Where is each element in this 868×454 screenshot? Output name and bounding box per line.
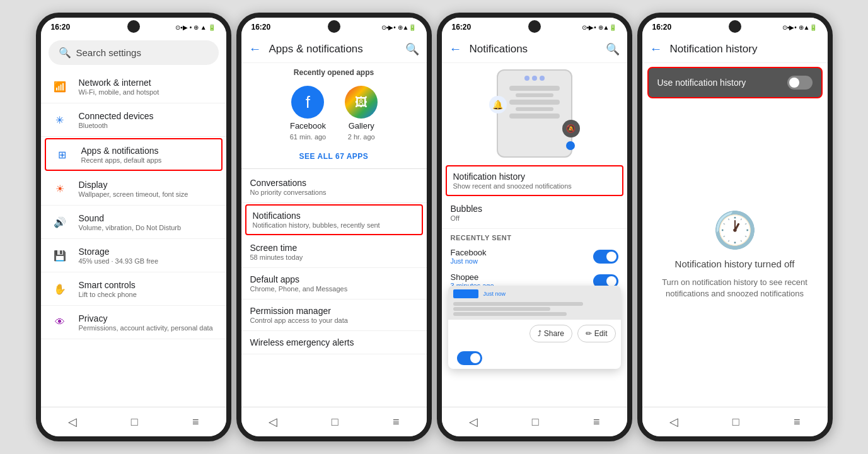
status-bar-1: 16:20 ⊙▪▶ • ⊕ ▲ 🔋 [41, 18, 226, 35]
phone-mockup: 🔔 🔕 [497, 69, 572, 158]
rs-facebook[interactable]: Facebook Just now [442, 244, 627, 269]
snapshot-header: Just now [448, 286, 621, 320]
screen-4: ← Notification history Use notification … [642, 35, 828, 407]
bubbles-item[interactable]: Bubbles Off [442, 197, 627, 229]
empty-title: Notification history turned off [675, 259, 795, 269]
status-bar-2: 16:20 ⊙▪▶• ⊕▲🔋 [241, 18, 427, 35]
app-time-gallery: 2 hr. ago [348, 133, 375, 141]
use-notification-history-toggle[interactable] [787, 76, 813, 90]
nav-conversations[interactable]: Conversations No priority conversations [241, 172, 427, 203]
display-icon: ☀ [50, 178, 70, 199]
app-time-facebook: 61 min. ago [290, 133, 326, 141]
nav-back-3[interactable]: ◁ [459, 412, 488, 431]
notification-history-item[interactable]: Notification history Show recent and sno… [446, 165, 623, 196]
wifi-icon: 📶 [50, 76, 70, 96]
see-all-button[interactable]: SEE ALL 67 APPS [241, 147, 427, 166]
sound-icon: 🔊 [50, 212, 70, 232]
nav-permission[interactable]: Permission manager Control app access to… [241, 300, 427, 331]
settings-item-display[interactable]: ☀ Display Wallpaper, screen timeout, fon… [41, 172, 226, 206]
search-bar[interactable]: 🔍 Search settings [49, 40, 219, 65]
divider-2 [241, 168, 427, 169]
nav-menu-4[interactable]: ≡ [784, 413, 811, 431]
nav-menu-1[interactable]: ≡ [182, 413, 209, 431]
back-button-3[interactable]: ← [449, 42, 462, 56]
page-title-4: Notification history [670, 43, 820, 55]
notch-2 [328, 20, 340, 33]
settings-item-privacy[interactable]: 👁 Privacy Permissions, account activity,… [41, 306, 226, 339]
page-header-2: ← Apps & notifications 🔍 [241, 35, 427, 63]
nav-menu-2[interactable]: ≡ [383, 413, 410, 431]
nav-back-4[interactable]: ◁ [659, 412, 688, 431]
small-circle [566, 141, 575, 150]
page-header-3: ← Notifications 🔍 [442, 35, 627, 63]
nav-back-2[interactable]: ◁ [258, 412, 287, 431]
app-facebook[interactable]: f Facebook 61 min. ago [290, 86, 326, 141]
nav-home-3[interactable]: □ [522, 413, 549, 431]
bluetooth-icon: ✳ [50, 110, 70, 130]
nav-menu-3[interactable]: ≡ [583, 413, 610, 431]
nav-notifications[interactable]: Notifications Notification history, bubb… [245, 204, 423, 235]
screen-1: 🔍 Search settings 📶 Network & internet W… [41, 35, 226, 407]
nav-home-1[interactable]: □ [121, 413, 148, 431]
rs-overlay-toggle [448, 347, 621, 369]
status-time-3: 16:20 [452, 23, 472, 32]
back-button-4[interactable]: ← [650, 42, 663, 56]
nav-wireless[interactable]: Wireless emergency alerts [241, 331, 427, 354]
status-icons-2: ⊙▪▶• ⊕▲🔋 [381, 24, 417, 31]
history-icon: 🕐 [713, 209, 757, 251]
mockup-dots [524, 76, 545, 81]
nav-bar-4: ◁ □ ≡ [642, 407, 828, 436]
toggle-facebook[interactable] [593, 250, 618, 264]
search-placeholder: Search settings [76, 47, 141, 58]
recent-apps: f Facebook 61 min. ago 🖼 Gallery 2 hr. a… [241, 79, 427, 147]
screen-3: ← Notifications 🔍 🔔 🔕 [442, 35, 627, 407]
search-action-2[interactable]: 🔍 [405, 42, 419, 56]
nav-bar-1: ◁ □ ≡ [41, 407, 226, 436]
nav-back-1[interactable]: ◁ [58, 412, 87, 431]
screen-2: ← Apps & notifications 🔍 Recently opened… [241, 35, 427, 407]
search-action-3[interactable]: 🔍 [606, 42, 620, 56]
back-button-2[interactable]: ← [249, 42, 262, 56]
nav-screen-time[interactable]: Screen time 58 minutes today [241, 236, 427, 268]
settings-item-smart[interactable]: ✋ Smart controls Lift to check phone [41, 272, 226, 306]
recently-opened-label: Recently opened apps [241, 63, 427, 79]
recently-sent-label: RECENTLY SENT [442, 229, 627, 244]
nav-home-4[interactable]: □ [722, 413, 749, 431]
status-icons-4: ⊙▪▶• ⊕▲🔋 [782, 24, 818, 31]
status-icons-1: ⊙▪▶ • ⊕ ▲ 🔋 [175, 24, 216, 31]
settings-item-apps[interactable]: ⊞ Apps & notifications Recent apps, defa… [45, 138, 223, 171]
empty-desc: Turn on notification history to see rece… [655, 277, 815, 300]
storage-icon: 💾 [50, 245, 70, 265]
phone-notification-history: 16:20 ⊙▪▶• ⊕▲🔋 ← Notification history Us… [637, 13, 833, 441]
settings-list: 📶 Network & internet Wi-Fi, mobile, and … [41, 70, 226, 407]
notch-4 [729, 20, 741, 33]
settings-item-connected[interactable]: ✳ Connected devices Bluetooth [41, 103, 226, 137]
smart-icon: ✋ [50, 279, 70, 299]
notification-history-toggle-bar: Use notification history [647, 67, 823, 98]
share-button[interactable]: ⤴ Share [529, 325, 572, 342]
notch-3 [528, 20, 541, 33]
nav-default-apps[interactable]: Default apps Chrome, Phone, and Messages [241, 268, 427, 300]
settings-item-sound[interactable]: 🔊 Sound Volume, vibration, Do Not Distur… [41, 206, 226, 239]
empty-state: 🕐 Notification history turned off Turn o… [642, 102, 828, 407]
app-name-facebook: Facebook [290, 121, 326, 131]
status-time-1: 16:20 [51, 23, 71, 32]
nav-home-2[interactable]: □ [321, 413, 349, 431]
settings-item-network[interactable]: 📶 Network & internet Wi-Fi, mobile, and … [41, 70, 226, 103]
search-icon: 🔍 [59, 47, 71, 59]
notification-illustration: 🔔 🔕 [442, 63, 627, 164]
app-gallery[interactable]: 🖼 Gallery 2 hr. ago [345, 86, 378, 141]
settings-item-storage[interactable]: 💾 Storage 45% used · 34.93 GB free [41, 239, 226, 272]
phone-settings: 16:20 ⊙▪▶ • ⊕ ▲ 🔋 🔍 Search settings 📶 Ne… [36, 13, 231, 441]
edit-button[interactable]: ✏ Edit [577, 325, 616, 342]
mute-icon: 🔕 [562, 120, 580, 137]
apps-icon: ⊞ [52, 144, 72, 165]
page-header-4: ← Notification history [642, 35, 828, 63]
page-title-3: Notifications [470, 43, 598, 55]
status-bar-4: 16:20 ⊙▪▶• ⊕▲🔋 [642, 18, 828, 35]
nav-bar-2: ◁ □ ≡ [241, 407, 427, 436]
privacy-icon: 👁 [50, 312, 70, 332]
phones-container: 16:20 ⊙▪▶ • ⊕ ▲ 🔋 🔍 Search settings 📶 Ne… [30, 6, 839, 448]
nav-bar-3: ◁ □ ≡ [442, 407, 627, 436]
status-time-4: 16:20 [652, 23, 672, 32]
